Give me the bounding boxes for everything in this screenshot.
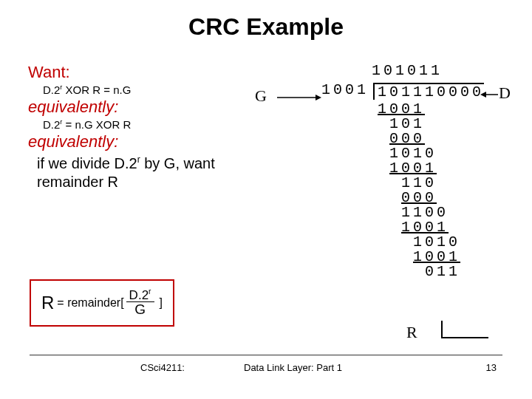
body-text: if we divide D.2r by G, want remainder R	[37, 154, 250, 191]
d-arrow-icon	[480, 90, 498, 99]
footer-page: 13	[486, 362, 497, 373]
division-step: 101	[366, 117, 460, 132]
fraction-bot: G	[132, 302, 149, 318]
equation-1: D.2r XOR R = n.G	[43, 83, 250, 96]
division-step: 1001	[366, 220, 460, 235]
division-step: 011	[366, 265, 460, 279]
ft-r: r	[149, 287, 151, 296]
divisor: 1001	[321, 83, 369, 98]
equivalently-1: equivalently:	[28, 98, 250, 117]
body-a: if we divide D	[37, 155, 125, 171]
eq1-rest: XOR R = n.G	[62, 83, 131, 96]
division-step: 1010	[366, 146, 460, 161]
remainder-formula-box: R = remainder[ D.2r G ]	[30, 279, 174, 327]
svg-marker-3	[480, 92, 486, 98]
equivalently-2: equivalently:	[28, 132, 250, 151]
body-2: 2	[129, 155, 137, 171]
svg-marker-1	[316, 95, 321, 100]
division-step: 110	[366, 176, 460, 191]
footer-divider	[30, 355, 502, 355]
eq2-D: D	[43, 118, 51, 131]
division-step: 1001	[366, 102, 460, 117]
formula-eq: = remainder[	[57, 296, 123, 310]
division-steps: 1001 101 000 1010 1001 110 000 1100 1001…	[366, 102, 460, 279]
formula-R: R	[41, 293, 54, 313]
footer-course: CSci4211:	[140, 362, 185, 373]
ft-2: 2	[142, 288, 149, 302]
slide-title: CRC Example	[0, 0, 532, 41]
formula-close: ]	[160, 296, 163, 310]
d-label: D	[499, 86, 511, 100]
ft-D: D	[129, 288, 138, 302]
formula-fraction: D.2r G	[126, 288, 154, 318]
division-step: 1010	[366, 235, 460, 250]
division-step: 1001	[366, 161, 460, 176]
g-label: G	[255, 89, 267, 103]
want-label: Want:	[28, 63, 250, 82]
division-step: 1001	[366, 250, 460, 265]
eq1-D: D	[43, 83, 51, 96]
division-step: 000	[366, 191, 460, 205]
dividend: 101110000	[373, 83, 484, 100]
equation-2: D.2r = n.G XOR R	[43, 118, 250, 131]
r-label: R	[406, 325, 417, 340]
left-column: Want: D.2r XOR R = n.G equivalently: D.2…	[28, 63, 250, 191]
division-step: 000	[366, 132, 460, 146]
footer-chapter: Data Link Layer: Part 1	[244, 362, 342, 373]
quotient: 101011	[372, 64, 443, 78]
g-arrow-icon	[277, 93, 321, 102]
division-step: 1100	[366, 205, 460, 220]
eq2-rest: = n.G XOR R	[62, 118, 131, 131]
fraction-top: D.2r	[126, 288, 154, 302]
r-bracket-icon	[441, 321, 488, 338]
